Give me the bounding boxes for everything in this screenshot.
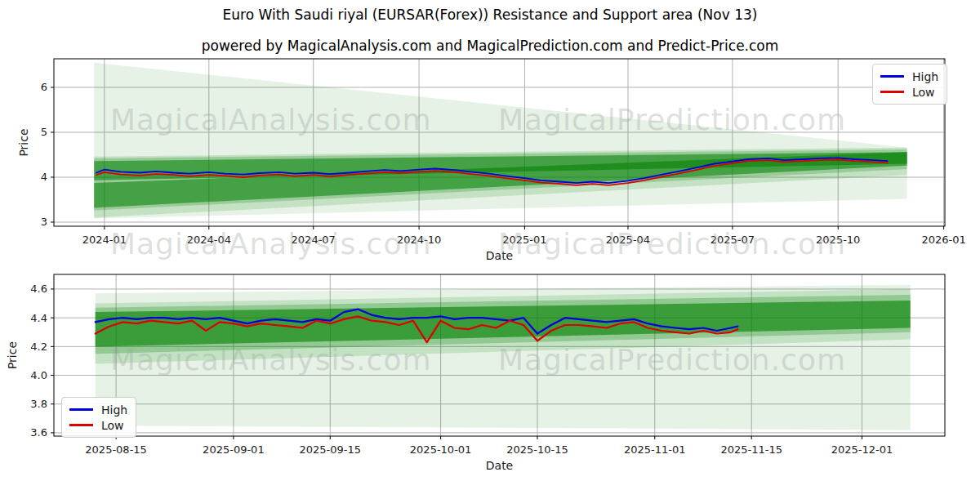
svg-text:4.2: 4.2 xyxy=(30,341,47,353)
svg-text:2024-07: 2024-07 xyxy=(292,234,336,246)
svg-text:2025-11-01: 2025-11-01 xyxy=(624,443,686,456)
high-line-swatch xyxy=(880,75,904,78)
svg-text:Price: Price xyxy=(17,128,30,156)
svg-text:2024-01: 2024-01 xyxy=(82,234,127,246)
svg-text:4.0: 4.0 xyxy=(30,369,47,381)
legend-low-label: Low xyxy=(912,86,935,99)
svg-text:2025-07: 2025-07 xyxy=(710,234,755,246)
svg-text:3: 3 xyxy=(41,216,47,228)
legend-entry-low: Low xyxy=(69,417,127,433)
svg-text:2024-10: 2024-10 xyxy=(397,234,441,246)
svg-text:2025-08-15: 2025-08-15 xyxy=(85,443,147,456)
svg-text:2025-09-15: 2025-09-15 xyxy=(300,443,362,456)
high-line-swatch xyxy=(69,408,93,411)
legend-top-chart: High Low xyxy=(872,64,947,105)
legend-entry-low: Low xyxy=(880,84,938,100)
svg-text:2025-09-01: 2025-09-01 xyxy=(203,443,265,456)
svg-text:5: 5 xyxy=(41,126,47,138)
svg-text:3.6: 3.6 xyxy=(30,426,47,439)
low-line-swatch xyxy=(69,424,93,426)
svg-text:2025-10: 2025-10 xyxy=(816,234,860,246)
legend-low-label: Low xyxy=(101,419,124,432)
svg-text:2026-01: 2026-01 xyxy=(921,234,965,246)
svg-text:4.4: 4.4 xyxy=(30,312,47,324)
svg-text:2025-10-01: 2025-10-01 xyxy=(410,443,472,456)
svg-text:4.6: 4.6 xyxy=(30,283,47,295)
svg-text:Price: Price xyxy=(6,341,19,369)
legend-entry-high: High xyxy=(69,402,127,417)
svg-text:6: 6 xyxy=(41,81,47,93)
svg-text:2025-01: 2025-01 xyxy=(502,234,546,246)
legend-bottom-chart: High Low xyxy=(61,397,136,438)
figure: Euro With Saudi riyal (EURSAR(Forex)) Re… xyxy=(0,0,980,490)
svg-text:2025-10-15: 2025-10-15 xyxy=(506,443,568,456)
svg-text:Date: Date xyxy=(486,459,513,472)
svg-text:3.8: 3.8 xyxy=(30,398,47,410)
low-line-swatch xyxy=(880,91,904,93)
svg-text:2025-11-15: 2025-11-15 xyxy=(720,443,782,456)
svg-text:Date: Date xyxy=(486,249,513,262)
svg-text:4: 4 xyxy=(41,171,47,183)
legend-high-label: High xyxy=(912,70,938,83)
svg-text:2025-04: 2025-04 xyxy=(606,234,650,246)
legend-entry-high: High xyxy=(880,69,938,84)
legend-high-label: High xyxy=(101,403,127,416)
svg-text:2024-04: 2024-04 xyxy=(187,234,231,246)
svg-text:2025-12-01: 2025-12-01 xyxy=(831,443,893,456)
charts-canvas: 2024-012024-042024-072024-102025-012025-… xyxy=(0,0,980,490)
